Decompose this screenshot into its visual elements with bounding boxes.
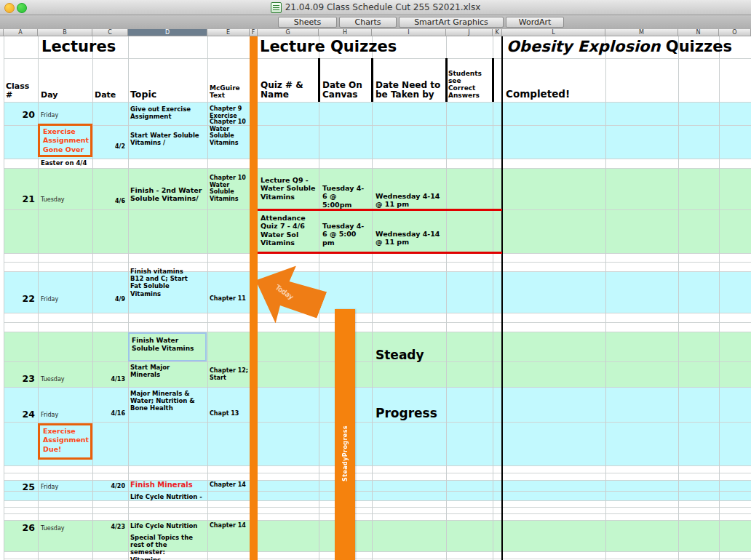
cell-date-20[interactable]: 4/2 <box>95 143 125 151</box>
cell-day-23[interactable]: Tuesday <box>41 376 65 383</box>
cell-day-24[interactable]: Friday <box>41 412 58 419</box>
cell-quiz2-name[interactable]: Attendance Quiz 7 - 4/6 Water Sol Vitami… <box>261 214 319 247</box>
cell-quiz1-name[interactable]: Lecture Q9 - Water Soluble Vitamins <box>261 176 317 201</box>
row-band-green <box>4 533 751 551</box>
cell-date-21[interactable]: 4/6 <box>95 198 125 205</box>
tab-charts[interactable]: Charts <box>339 17 397 28</box>
column-header-J[interactable]: J <box>446 29 493 36</box>
cell-class-24[interactable]: 24 <box>4 409 35 420</box>
cell-class-22[interactable]: 22 <box>4 293 35 304</box>
cell-day-21[interactable]: Tuesday <box>41 196 65 204</box>
column-header-I[interactable]: I <box>372 29 446 36</box>
cell-topic-21[interactable]: Finish - 2nd Water Soluble Vitamins/ <box>130 186 206 203</box>
cell-text-20a[interactable]: Chapter 9 Exercise <box>210 105 247 119</box>
cell-date-25[interactable]: 4/20 <box>95 483 125 490</box>
tab-sheets[interactable]: Sheets <box>278 17 337 28</box>
cell-day-20[interactable]: Friday <box>41 112 58 119</box>
obesity-title-rest: Quizzes <box>661 38 733 55</box>
minimize-button[interactable] <box>4 3 15 13</box>
section-title-obesity-quizzes: Obesity Explosion Quizzes <box>506 38 732 55</box>
row-band-cyan <box>4 422 751 465</box>
gridline-horizontal <box>4 102 751 103</box>
column-header-K[interactable]: K <box>493 29 502 36</box>
steady-annotation: Steady <box>376 348 424 362</box>
gridline-vertical <box>128 36 129 560</box>
column-header-B[interactable]: B <box>38 29 92 36</box>
cell-class-23[interactable]: 23 <box>4 373 35 384</box>
steady-progress-bar: SteadyProgress <box>335 309 355 560</box>
exercise-gone-over-box[interactable]: Exercise Assignment Gone Over <box>38 124 92 157</box>
header-mcguire-text[interactable]: McGuire Text <box>210 60 247 100</box>
row-band-cyan <box>4 271 751 313</box>
zoom-button[interactable] <box>17 3 27 13</box>
cell-topic-26a[interactable]: Life Cycle Nutrition <box>130 522 203 529</box>
cell-topic-24[interactable]: Major Minerals & Water; Nutrition & Bone… <box>130 390 204 412</box>
cell-day-25[interactable]: Friday <box>41 484 58 491</box>
column-header-D[interactable]: D <box>128 29 207 36</box>
header-quiz-name[interactable]: Quiz # & Name <box>261 60 314 100</box>
cell-text-23[interactable]: Chapter 12; Start <box>210 367 249 381</box>
cell-text-22[interactable]: Chapter 11 <box>210 295 247 303</box>
cell-topic-25b[interactable]: Life Cycle Nutrition - <box>130 493 206 500</box>
cell-topic-20a[interactable]: Give out Exercise Assignment <box>130 105 203 120</box>
gridline-vertical <box>38 36 39 560</box>
gridline-horizontal <box>4 507 751 508</box>
column-header-F[interactable]: F <box>250 29 258 36</box>
cell-class-26[interactable]: 26 <box>4 522 35 533</box>
header-date-taken-by[interactable]: Date Need to be Taken by <box>376 60 445 100</box>
tab-smartart-graphics[interactable]: SmartArt Graphics <box>399 17 504 28</box>
header-students-see-answers[interactable]: Students see Correct Answers <box>448 60 486 100</box>
exercise-due-box[interactable]: Exercise Assignment Due! <box>38 423 92 460</box>
column-header-O[interactable]: O <box>719 29 751 36</box>
cell-date-23[interactable]: 4/13 <box>95 376 125 383</box>
cell-class-25[interactable]: 25 <box>4 481 35 492</box>
cell-topic-20b[interactable]: Start Water Soluble Vitamins / <box>130 132 203 146</box>
cell-topic-23b[interactable]: Start Major Minerals <box>130 364 196 378</box>
header-completed[interactable]: Completed! <box>506 60 608 100</box>
gridline-horizontal <box>4 480 751 481</box>
column-header-A[interactable]: A <box>4 29 38 36</box>
cell-topic-22[interactable]: Finish vitamins B12 and C; Start Fat Sol… <box>130 268 194 297</box>
cell-day-26[interactable]: Tuesday <box>41 525 65 532</box>
gridline-horizontal <box>4 58 751 59</box>
column-header-H[interactable]: H <box>319 29 372 36</box>
cell-day-22[interactable]: Friday <box>41 296 58 303</box>
column-header-C[interactable]: C <box>92 29 128 36</box>
cell-topic-26b[interactable]: Special Topics the rest of the semester:… <box>130 534 199 560</box>
column-header-G[interactable]: G <box>258 29 319 36</box>
header-class-number[interactable]: Class # <box>6 60 38 100</box>
column-header-M[interactable]: M <box>605 29 678 36</box>
gridline-vertical <box>446 36 447 560</box>
cell-quiz1-taken-by[interactable]: Wednesday 4-14 @ 11 pm <box>376 192 448 209</box>
cell-class-20[interactable]: 20 <box>4 109 35 120</box>
cell-quiz2-taken-by[interactable]: Wednesday 4-14 @ 11 pm <box>376 230 448 247</box>
cell-date-24[interactable]: 4/16 <box>95 410 125 417</box>
tab-wordart[interactable]: WordArt <box>506 17 564 28</box>
cell-text-25[interactable]: Chapter 14 <box>210 481 247 489</box>
cell-text-21[interactable]: Chapter 10 Water Soluble Vitamins <box>210 175 246 202</box>
header-date[interactable]: Date <box>95 60 125 100</box>
cell-topic-25a[interactable]: Finish Minerals <box>130 481 206 489</box>
cell-quiz1-on-canvas[interactable]: Tuesday 4-6 @ 5:00pm <box>322 184 367 209</box>
gridline-horizontal <box>4 551 751 552</box>
header-topic[interactable]: Topic <box>130 60 203 100</box>
cell-text-26[interactable]: Chapter 14 <box>210 522 247 529</box>
cell-easter-note[interactable]: Easter on 4/4 <box>41 159 87 167</box>
header-divider-line <box>492 58 494 102</box>
header-date-on-canvas[interactable]: Date On Canvas <box>322 60 369 100</box>
cell-date-22[interactable]: 4/9 <box>95 296 125 303</box>
gridline-horizontal <box>4 559 751 559</box>
selected-cell-topic-23a[interactable]: Finish Water Soluble Vitamins <box>128 332 207 361</box>
header-day[interactable]: Day <box>41 60 84 100</box>
cell-date-26[interactable]: 4/23 <box>95 524 125 531</box>
column-header-N[interactable]: N <box>678 29 719 36</box>
column-header-E[interactable]: E <box>207 29 250 36</box>
spreadsheet-document-icon <box>271 2 282 13</box>
cell-class-21[interactable]: 21 <box>4 193 35 204</box>
cell-text-20b[interactable]: Chapter 10 Water Soluble Vitamins <box>210 119 246 146</box>
gridline-vertical <box>92 36 93 560</box>
cell-quiz2-on-canvas[interactable]: Tuesday 4-6 @ 5:00 pm <box>322 222 367 247</box>
column-header-L[interactable]: L <box>502 29 605 36</box>
gridline-horizontal <box>4 125 751 126</box>
cell-text-24[interactable]: Chapt 13 <box>210 410 247 417</box>
